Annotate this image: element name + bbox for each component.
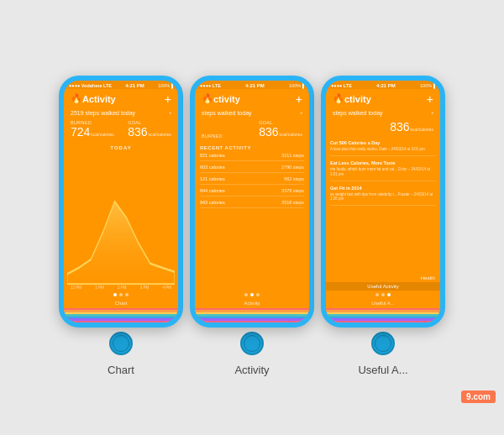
dot-1-activity[interactable]	[250, 293, 254, 296]
act-steps-2: 562 steps	[284, 176, 304, 181]
activity-phone: ●●●● LTE 4:21 PM 100%▐ 🔥 ctivity + steps…	[190, 76, 314, 328]
time-label-4: 4 PM	[162, 286, 171, 290]
band-7-articles	[326, 321, 440, 323]
status-time-articles: 4:21 PM	[376, 83, 396, 88]
article-title-1: Eat Less Calories, More Taste	[330, 160, 436, 165]
plus-icon-articles[interactable]: +	[427, 92, 433, 106]
goal-value-row-articles: 836 kcal/calories	[390, 120, 433, 134]
chevron-right-activity: ›	[300, 109, 302, 117]
time-label-3: 3 PM	[140, 286, 150, 290]
goal-block-chart: Goal 836 kcal/calories	[128, 120, 171, 139]
dots-row-chart	[64, 291, 178, 299]
activity-item-2[interactable]: 121 calories 562 steps	[200, 176, 304, 185]
burned-block-chart: Burned 724 kcal/calories	[71, 120, 114, 139]
burned-label-activity: Burned	[202, 134, 223, 139]
health-label: Health	[326, 274, 440, 282]
bottom-tab-label-chart[interactable]: Chart	[64, 299, 178, 308]
plus-icon-activity[interactable]: +	[296, 92, 302, 106]
home-button-inner-activity	[244, 335, 260, 352]
steps-row-articles: steps walked today ›	[326, 107, 440, 118]
chart-svg	[67, 181, 175, 285]
activity-phone-inner: ●●●● LTE 4:21 PM 100%▐ 🔥 ctivity + steps…	[195, 81, 309, 322]
dot-0-articles[interactable]	[375, 293, 379, 296]
time-labels: 12 PM 1 PM 2 PM 3 PM 4 PM	[67, 285, 175, 291]
app-title-activity: ctivity	[213, 94, 240, 104]
dot-1-chart[interactable]	[119, 293, 123, 296]
article-title-2: Get Fit in 2014	[330, 186, 436, 191]
plus-icon-chart[interactable]: +	[165, 92, 171, 106]
home-button-activity[interactable]	[240, 332, 264, 355]
flame-icon-chart: 🔥	[71, 94, 79, 104]
dots-row-articles	[326, 291, 440, 299]
chevron-right-chart: ›	[169, 109, 171, 117]
goal-unit-chart: kcal/calories	[148, 132, 171, 137]
activity-phone-label: Activity	[234, 364, 269, 376]
article-item-1[interactable]: Eat Less Calories, More Taste rite foods…	[330, 160, 436, 181]
chart-phone-inner: ●●●● Vodafone LTE 4:21 PM 100%▐ 🔥 Activi…	[64, 81, 178, 322]
article-desc-0: A lose plan that really works. Date – 24…	[330, 147, 436, 152]
burned-value-row-chart: 724 kcal/calories	[71, 125, 114, 139]
article-item-0[interactable]: Cut 500 Calories a Day A lose plan that …	[330, 140, 436, 156]
chart-phone-wrapper: ●●●● Vodafone LTE 4:21 PM 100%▐ 🔥 Activi…	[59, 76, 183, 376]
phones-row: ●●●● Vodafone LTE 4:21 PM 100%▐ 🔥 Activi…	[59, 76, 445, 376]
status-carrier-chart: ●●●● Vodafone LTE	[69, 83, 112, 88]
article-item-2[interactable]: Get Fit in 2014 se weight fast with tips…	[330, 186, 436, 207]
app-title-row-activity: 🔥 ctivity	[202, 94, 240, 104]
chart-phone-label: Chart	[108, 364, 134, 376]
app-header-activity: 🔥 ctivity +	[195, 89, 309, 107]
main-container: ●●●● Vodafone LTE 4:21 PM 100%▐ 🔥 Activi…	[0, 0, 504, 435]
status-bar-activity: ●●●● LTE 4:21 PM 100%▐	[195, 81, 309, 89]
calories-row-chart: Burned 724 kcal/calories Goal 836 kcal/c…	[64, 118, 178, 142]
activity-item-4[interactable]: 943 calories 3518 steps	[200, 200, 304, 208]
activity-item-0[interactable]: 821 calories 3211 steps	[200, 153, 304, 161]
status-battery-articles: 100%▐	[420, 83, 435, 88]
dot-2-activity[interactable]	[256, 293, 260, 296]
steps-row-chart: 2519 steps walked today ›	[64, 107, 178, 118]
dot-1-articles[interactable]	[381, 293, 385, 296]
steps-text-chart: 2519 steps walked today	[71, 110, 135, 116]
article-desc-1: rite foods, which burn more fat and cal.…	[330, 167, 436, 177]
articles-phone-wrapper: ●●●● LTE 4:21 PM 100%▐ 🔥 ctivity + steps…	[321, 76, 445, 376]
status-battery-chart: 100%▐	[158, 83, 173, 88]
article-title-0: Cut 500 Calories a Day	[330, 140, 436, 145]
time-label-2: 2 PM	[118, 286, 127, 290]
articles-phone: ●●●● LTE 4:21 PM 100%▐ 🔥 ctivity + steps…	[321, 76, 445, 328]
watermark: 9.com	[461, 390, 496, 403]
dot-0-activity[interactable]	[244, 293, 248, 296]
home-button-inner-chart	[113, 335, 129, 352]
act-steps-3: 3379 steps	[281, 188, 304, 193]
app-title-row-articles: 🔥 ctivity	[333, 94, 371, 104]
status-bar-articles: ●●●● LTE 4:21 PM 100%▐	[326, 81, 440, 89]
status-time-chart: 4:21 PM	[125, 83, 144, 88]
act-steps-1: 2790 steps	[281, 165, 304, 170]
articles-phone-label: Useful A...	[358, 364, 407, 376]
home-button-articles[interactable]	[371, 332, 395, 355]
dot-2-articles[interactable]	[387, 293, 391, 296]
bottom-tab-label-articles[interactable]: Useful A...	[326, 299, 440, 308]
calories-row-activity: Burned Goal 836 kcal/calories	[195, 118, 309, 142]
activity-item-3[interactable]: 844 calories 3379 steps	[200, 188, 304, 197]
useful-activity-btn[interactable]: Useful Activity	[326, 282, 440, 291]
home-button-chart[interactable]	[109, 332, 133, 355]
app-header-articles: 🔥 ctivity +	[326, 89, 440, 107]
flame-icon-activity: 🔥	[202, 94, 210, 104]
goal-unit-articles: kcal/calories	[410, 127, 433, 132]
bottom-tab-label-activity[interactable]: Activity	[195, 299, 309, 308]
chart-phone: ●●●● Vodafone LTE 4:21 PM 100%▐ 🔥 Activi…	[59, 76, 183, 328]
time-label-1: 1 PM	[95, 286, 104, 290]
home-button-inner-articles	[375, 335, 391, 352]
app-title-row-chart: 🔥 Activity	[71, 94, 116, 104]
act-cal-1: 603 calories	[200, 165, 225, 170]
steps-text-activity: steps walked today	[202, 110, 252, 116]
app-title-chart: Activity	[82, 94, 116, 104]
band-7-activity	[195, 321, 309, 323]
goal-value-articles: 836	[390, 120, 409, 134]
act-cal-4: 943 calories	[200, 200, 225, 205]
activity-item-1[interactable]: 603 calories 2790 steps	[200, 165, 304, 173]
today-label: TODAY	[67, 145, 175, 150]
burned-block-activity: Burned	[202, 134, 223, 139]
color-bands-chart	[64, 308, 178, 323]
steps-text-articles: steps walked today	[333, 110, 383, 116]
dot-2-chart[interactable]	[125, 293, 129, 296]
dot-0-chart[interactable]	[113, 293, 117, 296]
